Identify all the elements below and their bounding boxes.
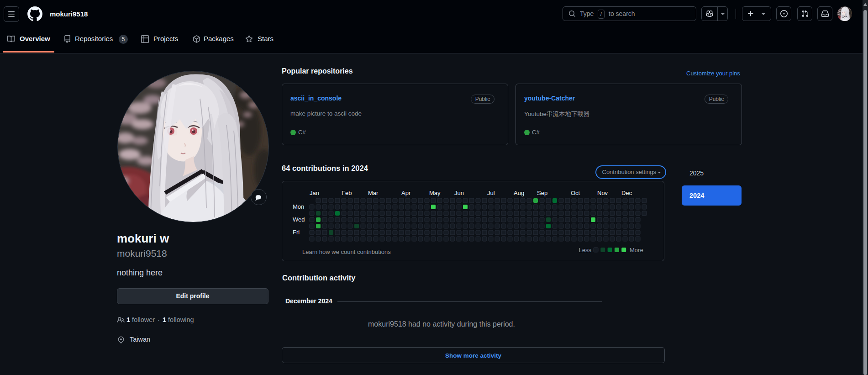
- svg-text:Less: Less: [579, 247, 592, 254]
- svg-text:Mon: Mon: [293, 203, 304, 210]
- svg-text:Sep: Sep: [537, 190, 547, 196]
- svg-text:More: More: [630, 247, 643, 254]
- svg-text:Nov: Nov: [597, 190, 608, 196]
- svg-text:Wed: Wed: [293, 216, 305, 223]
- svg-text:Aug: Aug: [514, 190, 524, 196]
- svg-text:Mar: Mar: [368, 190, 379, 196]
- svg-text:Apr: Apr: [401, 190, 411, 196]
- svg-text:Fri: Fri: [293, 229, 300, 236]
- svg-text:Jul: Jul: [487, 190, 495, 196]
- svg-text:Oct: Oct: [571, 190, 580, 196]
- svg-text:Jun: Jun: [454, 190, 464, 196]
- svg-text:May: May: [429, 190, 441, 196]
- svg-text:Dec: Dec: [621, 190, 632, 196]
- svg-text:Learn how we count contributio: Learn how we count contributions: [302, 248, 391, 255]
- svg-text:Feb: Feb: [342, 190, 352, 196]
- svg-text:Jan: Jan: [310, 190, 319, 196]
